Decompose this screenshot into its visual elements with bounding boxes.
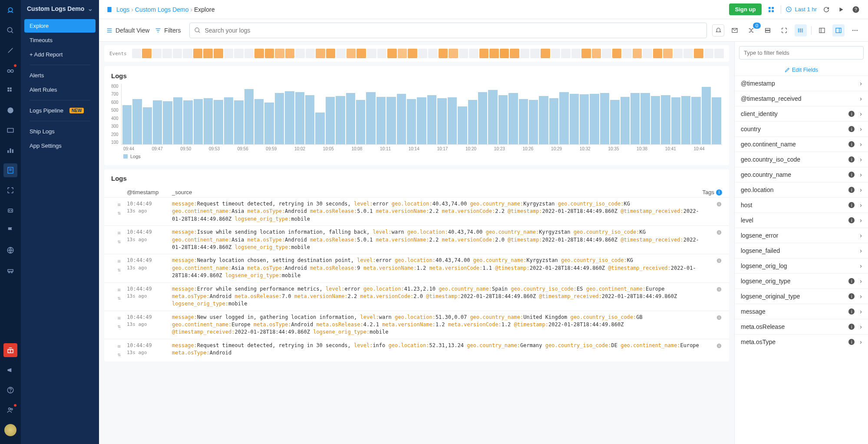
- megaphone-icon[interactable]: [3, 363, 17, 377]
- event-cell[interactable]: [306, 49, 315, 58]
- chart-bar[interactable]: [285, 91, 294, 144]
- chart-bar[interactable]: [254, 99, 264, 144]
- help-icon[interactable]: [3, 383, 17, 397]
- field-row[interactable]: @timestamp›: [735, 76, 868, 91]
- expand-icon[interactable]: ⇅: [117, 266, 120, 274]
- expand-icon[interactable]: ⇅: [117, 209, 120, 217]
- row-tag-icon[interactable]: i: [705, 229, 722, 251]
- chart-bar[interactable]: [691, 97, 700, 144]
- event-cell[interactable]: [183, 49, 192, 58]
- event-cell[interactable]: [152, 49, 162, 58]
- field-row[interactable]: leveli›: [735, 212, 868, 228]
- field-row[interactable]: logsene_orig_log›: [735, 258, 868, 273]
- event-cell[interactable]: [316, 49, 325, 58]
- log-row[interactable]: ≡⇅10:44:4913s agomessage:Request timeout…: [104, 339, 729, 361]
- chart-bar[interactable]: [651, 96, 660, 144]
- log-row[interactable]: ≡⇅10:44:4913s agomessage:Error while sen…: [104, 282, 729, 311]
- event-cell[interactable]: [592, 49, 601, 58]
- flag-icon[interactable]: [3, 223, 17, 237]
- chart-bar[interactable]: [315, 113, 324, 144]
- event-cell[interactable]: [224, 49, 234, 58]
- search-input[interactable]: [205, 27, 702, 34]
- log-row[interactable]: ≡⇅10:44:4913s agomessage:New user logged…: [104, 311, 729, 339]
- row-tag-icon[interactable]: i: [705, 342, 722, 359]
- sidebar-item[interactable]: Explore: [24, 19, 96, 33]
- avatar-icon[interactable]: [3, 423, 17, 437]
- event-cell[interactable]: [428, 49, 438, 58]
- gift-icon[interactable]: [3, 343, 17, 357]
- sidebar-app-selector[interactable]: Custom Logs Demo ⌄: [21, 0, 99, 17]
- event-cell[interactable]: [347, 49, 356, 58]
- menu-icon[interactable]: ≡: [117, 286, 120, 294]
- inbox-icon[interactable]: [3, 123, 17, 137]
- field-row[interactable]: meta.osReleasei›: [735, 319, 868, 334]
- event-cell[interactable]: [214, 49, 223, 58]
- field-row[interactable]: client_identityi›: [735, 106, 868, 121]
- field-row[interactable]: geo.country_iso_codei›: [735, 152, 868, 167]
- field-row[interactable]: hosti›: [735, 197, 868, 212]
- expand-icon[interactable]: ⇅: [117, 351, 120, 358]
- row-tag-icon[interactable]: i: [705, 257, 722, 279]
- event-cell[interactable]: [265, 49, 274, 58]
- chart-bar[interactable]: [234, 100, 243, 144]
- expand-icon[interactable]: ⇅: [117, 238, 120, 245]
- event-cell[interactable]: [694, 49, 703, 58]
- field-row[interactable]: geo.country_namei›: [735, 167, 868, 182]
- event-cell[interactable]: [571, 49, 581, 58]
- event-cell[interactable]: [459, 49, 469, 58]
- chart-bar[interactable]: [194, 99, 203, 144]
- chart-bar[interactable]: [153, 100, 162, 144]
- event-cell[interactable]: [653, 49, 663, 58]
- alert-icon[interactable]: [3, 103, 17, 117]
- event-cell[interactable]: [439, 49, 448, 58]
- log-row[interactable]: ≡⇅10:44:4913s agomessage:Request timeout…: [104, 197, 729, 225]
- event-cell[interactable]: [193, 49, 203, 58]
- chart-bar[interactable]: [326, 97, 335, 144]
- log-row[interactable]: ≡⇅10:44:4913s agomessage:Issue while sen…: [104, 225, 729, 254]
- event-cell[interactable]: [541, 49, 550, 58]
- search-icon[interactable]: [3, 23, 17, 37]
- grid-icon[interactable]: [3, 83, 17, 97]
- event-cell[interactable]: [398, 49, 407, 58]
- field-row[interactable]: logsene_original_typei›: [735, 288, 868, 304]
- chart-bars[interactable]: [121, 84, 722, 145]
- chart-bar[interactable]: [468, 100, 477, 145]
- fields-filter-input[interactable]: [739, 46, 864, 60]
- panel-right-icon[interactable]: [832, 24, 845, 36]
- event-cell[interactable]: [449, 49, 458, 58]
- field-row[interactable]: @timestamp_received›: [735, 91, 868, 106]
- event-cell[interactable]: [530, 49, 540, 58]
- chart-bar[interactable]: [508, 93, 518, 144]
- robot-icon[interactable]: [3, 203, 17, 217]
- globe-icon[interactable]: [3, 243, 17, 257]
- event-cell[interactable]: [295, 49, 305, 58]
- breadcrumb-item[interactable]: Logs: [116, 6, 129, 13]
- chart-bar[interactable]: [376, 97, 386, 144]
- chart-bar[interactable]: [671, 97, 680, 144]
- event-cell[interactable]: [162, 49, 172, 58]
- menu-icon[interactable]: ≡: [117, 201, 120, 209]
- event-cell[interactable]: [510, 49, 519, 58]
- chart-bar[interactable]: [458, 106, 467, 144]
- field-row[interactable]: countryi›: [735, 121, 868, 136]
- menu-icon[interactable]: ≡: [117, 343, 120, 350]
- chart-bar[interactable]: [590, 94, 599, 144]
- server-icon[interactable]: [762, 24, 774, 36]
- row-tag-icon[interactable]: i: [705, 285, 722, 308]
- bell-icon[interactable]: [712, 24, 724, 36]
- event-cell[interactable]: [418, 49, 428, 58]
- event-cell[interactable]: [173, 49, 182, 58]
- binoculars-icon[interactable]: [3, 63, 17, 77]
- sidebar-item[interactable]: App Settings: [24, 139, 96, 152]
- event-cell[interactable]: [469, 49, 479, 58]
- chart-bar[interactable]: [407, 99, 416, 144]
- field-row[interactable]: logsene_orig_typei›: [735, 273, 868, 288]
- log-row[interactable]: ≡⇅10:44:4913s agomessage:Nearby location…: [104, 254, 729, 282]
- event-cell[interactable]: [142, 49, 152, 58]
- play-icon[interactable]: [836, 4, 846, 15]
- chart-bar[interactable]: [570, 94, 579, 144]
- chart-bar[interactable]: [163, 101, 172, 144]
- signup-button[interactable]: Sign up: [729, 3, 762, 15]
- event-cell[interactable]: [633, 49, 642, 58]
- chart-bar[interactable]: [224, 97, 233, 144]
